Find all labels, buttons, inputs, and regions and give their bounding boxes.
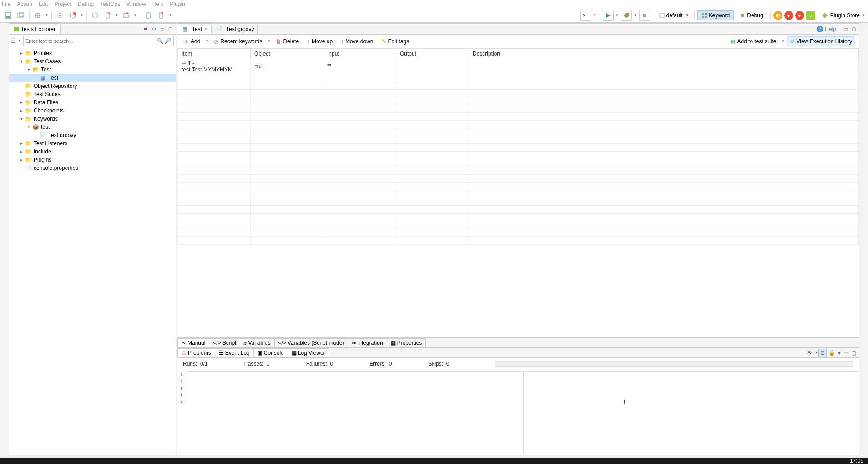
- search-icon[interactable]: 🔍: [157, 38, 164, 44]
- tab-variables-script[interactable]: </>Variables (Script mode): [274, 338, 348, 347]
- tree-profiles[interactable]: ▸📁Profiles: [9, 49, 176, 57]
- table-row[interactable]: [178, 214, 859, 221]
- filter-icon[interactable]: ☰: [11, 38, 16, 44]
- link-icon[interactable]: ⇄: [142, 25, 149, 33]
- table-row[interactable]: [178, 221, 859, 229]
- tree-test-item[interactable]: ▦Test: [9, 74, 176, 82]
- tree-keywords[interactable]: ▾📁Keywords: [9, 115, 176, 123]
- col-item[interactable]: Item: [178, 49, 251, 59]
- terminal-dropdown[interactable]: ▼: [593, 13, 597, 17]
- analytics-icon[interactable]: ◐: [773, 11, 782, 20]
- add-to-suite-button[interactable]: ⊞Add to test suite: [727, 36, 779, 46]
- profile-selector[interactable]: default ▼: [656, 11, 691, 20]
- menu-window[interactable]: Window: [126, 1, 146, 7]
- add-dropdown[interactable]: ▼: [205, 39, 209, 43]
- recent-dropdown[interactable]: ▼: [267, 39, 271, 43]
- log-maximize-icon[interactable]: ▢: [850, 350, 857, 356]
- table-row[interactable]: [178, 121, 859, 128]
- minimize-icon[interactable]: ▭: [158, 25, 166, 33]
- api-record-dropdown[interactable]: ▼: [168, 13, 172, 17]
- tree-test-suites[interactable]: 📁Test Suites: [9, 90, 176, 98]
- spy-web-icon[interactable]: [55, 10, 66, 21]
- edittags-button[interactable]: ✎Edit tags: [378, 36, 413, 46]
- run-dropdown[interactable]: ▼: [616, 13, 619, 17]
- table-row[interactable]: [178, 113, 859, 121]
- tab-problems[interactable]: ⚠Problems: [177, 348, 215, 357]
- run-icon[interactable]: [603, 10, 614, 21]
- debug-run-icon[interactable]: [621, 10, 632, 21]
- prev-fail-icon[interactable]: ⬆: [180, 386, 183, 391]
- advanced-search-icon[interactable]: 🔎: [164, 38, 172, 44]
- tree-test-pkg[interactable]: ▾📦test: [9, 123, 176, 131]
- col-description[interactable]: Description: [469, 49, 859, 59]
- col-input[interactable]: Input: [323, 49, 396, 59]
- terminal-icon[interactable]: >_: [580, 10, 591, 21]
- collapse-all-icon[interactable]: ⇕: [180, 379, 183, 384]
- api-icon[interactable]: [143, 10, 154, 21]
- tab-script[interactable]: </>Script: [209, 338, 240, 347]
- view-history-button[interactable]: ⟳View Execution History: [787, 36, 856, 46]
- tab-eventlog[interactable]: ☰Event Log: [215, 348, 254, 357]
- spy-mobile-icon[interactable]: [90, 10, 101, 21]
- stop-icon[interactable]: [639, 10, 650, 21]
- record-dropdown[interactable]: ▼: [80, 13, 84, 17]
- tree-plugins[interactable]: ▸📁Plugins: [9, 156, 176, 164]
- gift-icon[interactable]: ♦: [784, 11, 793, 20]
- spy-windows-icon[interactable]: [121, 10, 131, 21]
- table-row[interactable]: [178, 198, 859, 206]
- log-minimize-icon[interactable]: ▭: [843, 350, 849, 356]
- menu-plugin[interactable]: Plugin: [170, 1, 185, 7]
- tab-manual[interactable]: ↖Manual: [177, 338, 209, 347]
- tree-test-folder[interactable]: ▾📂Test: [9, 66, 176, 74]
- table-row[interactable]: [178, 136, 859, 144]
- debug-run-dropdown[interactable]: ▼: [634, 13, 637, 17]
- menu-edit[interactable]: Edit: [39, 1, 48, 7]
- debug-mode-button[interactable]: Debug: [736, 10, 767, 20]
- table-row[interactable]: [178, 159, 859, 167]
- tree-object-repo[interactable]: 📁Object Repository: [9, 82, 176, 90]
- tab-integration[interactable]: ▪▪Integration: [348, 338, 387, 347]
- record-mobile-dropdown[interactable]: ▼: [115, 13, 119, 17]
- tab-variables[interactable]: 𝒙Variables: [240, 338, 274, 347]
- table-row[interactable]: [178, 175, 859, 183]
- feedback-icon[interactable]: ○: [806, 11, 815, 20]
- eye-dropdown[interactable]: ▼: [814, 351, 818, 355]
- table-row[interactable]: ⊸1 - test.Test.MYMYMYM null "": [178, 59, 859, 74]
- help-button[interactable]: ? Help: [813, 25, 840, 34]
- table-row[interactable]: [178, 144, 859, 152]
- suite-dropdown[interactable]: ▼: [782, 39, 785, 43]
- editor-tab-groovy[interactable]: 📄 Test.groovy: [212, 25, 258, 34]
- search-input[interactable]: [25, 38, 157, 44]
- menu-help[interactable]: Help: [152, 1, 164, 7]
- editor-maximize-icon[interactable]: ▢: [850, 25, 857, 33]
- table-row[interactable]: [178, 152, 859, 159]
- close-tab-icon[interactable]: ✕: [204, 26, 207, 31]
- collapse-icon[interactable]: ⚙: [150, 25, 157, 33]
- table-row[interactable]: [178, 183, 859, 190]
- tab-console[interactable]: ▣Console: [253, 348, 288, 357]
- keyword-mode-button[interactable]: Keyword: [697, 10, 734, 20]
- log-tree-area[interactable]: [187, 371, 521, 454]
- next-fail-icon[interactable]: ⬇: [180, 393, 183, 398]
- plugin-store-button[interactable]: Plugin Store ▼: [821, 12, 865, 19]
- save-all-icon[interactable]: [15, 10, 26, 21]
- eye-icon[interactable]: 👁: [806, 350, 813, 356]
- table-row[interactable]: [178, 82, 859, 90]
- recent-keywords-button[interactable]: ◷Recent keywords: [211, 36, 265, 46]
- menu-file[interactable]: File: [2, 1, 10, 7]
- tests-explorer-tab[interactable]: Tests Explorer: [9, 25, 61, 34]
- editor-tab-test[interactable]: ▦ Test ✕: [177, 25, 212, 34]
- table-row[interactable]: [178, 74, 859, 82]
- tree-groovy-file[interactable]: 📄Test.groovy: [9, 131, 176, 139]
- new-dropdown[interactable]: ▼: [45, 13, 49, 17]
- new-icon[interactable]: [32, 10, 43, 21]
- menu-action[interactable]: Action: [17, 1, 32, 7]
- api-record-icon[interactable]: [156, 10, 167, 21]
- table-row[interactable]: [178, 105, 859, 113]
- col-object[interactable]: Object: [251, 49, 323, 59]
- table-row[interactable]: [178, 237, 859, 245]
- table-row[interactable]: [178, 128, 859, 136]
- table-row[interactable]: [178, 206, 859, 214]
- tree-data-files[interactable]: ▸📁Data Files: [9, 98, 176, 107]
- tab-logviewer[interactable]: ▦Log Viewer: [288, 348, 329, 357]
